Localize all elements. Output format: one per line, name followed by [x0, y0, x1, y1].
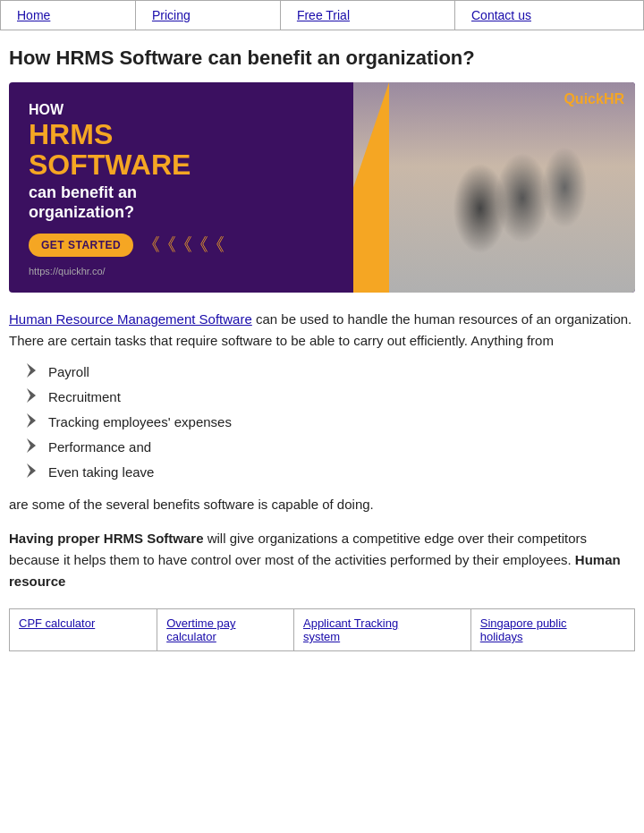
taking-leave-link[interactable]: taking leave [82, 464, 154, 480]
list-item: Payroll [27, 362, 635, 383]
quickhr-logo: QuickHR [564, 91, 624, 107]
bottom-nav-applicant[interactable]: Applicant Trackingsystem [303, 616, 398, 643]
hero-left-content: HOW HRMS SOFTWARE can benefit anorganiza… [9, 82, 353, 293]
list-item: Tracking employees' expenses [27, 412, 635, 433]
bottom-nav-table: CPF calculator Overtime paycalculator Ap… [9, 608, 635, 651]
list-item-label: Performance and [48, 438, 151, 458]
list-item-label: Payroll [48, 362, 89, 383]
hero-arrows-decoration: 《《《《《 [142, 233, 223, 257]
svg-marker-4 [27, 463, 36, 478]
are-some-paragraph: are some of the several benefits softwar… [0, 494, 644, 515]
bullet-arrow-icon [27, 413, 41, 433]
having-bold-prefix: Having proper HRMS Software [9, 531, 204, 546]
list-item-label: Recruitment [48, 387, 121, 408]
nav-free-trial[interactable]: Free Trial [297, 8, 350, 22]
svg-marker-2 [27, 413, 36, 428]
hrms-link[interactable]: Human Resource Management Software [9, 311, 252, 327]
bottom-nav-cpf[interactable]: CPF calculator [19, 616, 95, 630]
hero-hrms-text: HRMS [29, 120, 337, 150]
hero-url-text: https://quickhr.co/ [29, 266, 337, 276]
list-item-label: Tracking employees' expenses [48, 412, 232, 433]
hero-people-image [353, 82, 635, 293]
top-nav: Home Pricing Free Trial Contact us [0, 0, 644, 30]
svg-marker-0 [27, 363, 36, 378]
list-item: Performance and [27, 438, 635, 458]
nav-pricing[interactable]: Pricing [152, 8, 191, 22]
list-item-label: Even taking leave [48, 463, 154, 483]
nav-home[interactable]: Home [17, 8, 50, 22]
list-item: Even taking leave [27, 463, 635, 483]
bottom-nav-overtime[interactable]: Overtime paycalculator [166, 616, 235, 643]
feature-list: Payroll Recruitment Tracking employees' … [0, 362, 644, 483]
hero-cta-row: GET STARTED 《《《《《 [29, 233, 337, 257]
hero-software-text: SOFTWARE [29, 150, 337, 181]
hero-benefit-text: can benefit anorganization? [29, 183, 337, 222]
hero-how-text: HOW [29, 102, 337, 118]
intro-paragraph: Human Resource Management Software can b… [0, 309, 644, 352]
having-paragraph: Having proper HRMS Software will give or… [0, 528, 644, 592]
page-heading: How HRMS Software can benefit an organiz… [0, 47, 644, 70]
quickhr-logo-hr: HR [604, 91, 624, 106]
svg-marker-3 [27, 438, 36, 453]
bottom-nav-singapore[interactable]: Singapore publicholidays [480, 616, 567, 643]
hero-right-image: QuickHR [353, 82, 635, 293]
bullet-arrow-icon [27, 388, 41, 408]
quickhr-logo-quick: Quick [564, 91, 603, 106]
bullet-arrow-icon [27, 463, 41, 483]
bullet-arrow-icon [27, 363, 41, 383]
nav-contact[interactable]: Contact us [471, 8, 531, 22]
svg-marker-1 [27, 388, 36, 403]
bullet-arrow-icon [27, 438, 41, 458]
payroll-link[interactable]: Payroll [48, 364, 89, 379]
hero-banner: HOW HRMS SOFTWARE can benefit anorganiza… [9, 82, 635, 293]
list-item: Recruitment [27, 387, 635, 408]
hero-get-started-button[interactable]: GET STARTED [29, 234, 133, 257]
